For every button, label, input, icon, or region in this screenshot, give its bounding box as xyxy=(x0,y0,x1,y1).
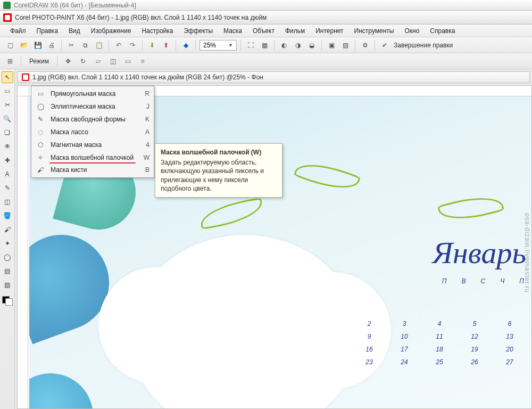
shape-tool[interactable]: ◯ xyxy=(2,251,13,263)
document-window: Январь П В С Ч П 2 3 4 5 6 9 10 11 xyxy=(17,85,532,409)
crop-mode-button[interactable]: ⌗ xyxy=(137,55,148,67)
tooltip: Маска волшебной палочкой (W) Задать реда… xyxy=(155,143,282,198)
flyout-label: Маска волшебной палочкой xyxy=(51,154,136,161)
flyout-item-freehand-mask[interactable]: ✎ Маска свободной формы K xyxy=(31,113,154,126)
flyout-item-rect-mask[interactable]: ▭ Прямоугольная маска R xyxy=(31,87,154,100)
paint-tool[interactable]: 🖌 xyxy=(2,224,13,235)
separator xyxy=(176,40,176,51)
flyout-item-ellipse-mask[interactable]: ◯ Эллиптическая маска J xyxy=(31,100,154,113)
menu-view[interactable]: Вид xyxy=(64,26,85,36)
leaf-decoration xyxy=(437,190,504,227)
clone-tool[interactable]: ❏ xyxy=(2,127,13,138)
flyout-label: Маска лассо xyxy=(51,128,136,136)
eraser-tool[interactable]: ◫ xyxy=(2,196,13,208)
menu-bar: Файл Правка Вид Изображение Настройка Эф… xyxy=(0,24,532,37)
rotate-mode-button[interactable]: ↻ xyxy=(77,55,89,67)
undo-button[interactable]: ↶ xyxy=(113,39,124,51)
separator xyxy=(61,40,62,51)
clipmask-b-button[interactable]: ◑ xyxy=(292,39,304,51)
ruler-corner xyxy=(18,86,29,96)
prop-guide-button[interactable]: ⊞ xyxy=(4,55,16,67)
cal-cell: 16 xyxy=(355,346,384,353)
color-swatch[interactable] xyxy=(2,296,13,306)
flyout-shortcut: J xyxy=(141,103,149,110)
import-button[interactable]: ⬇ xyxy=(146,39,158,51)
new-button[interactable]: ▢ xyxy=(4,39,16,51)
menu-adjust[interactable]: Настройка xyxy=(137,26,178,36)
crop-tool[interactable]: ✂ xyxy=(2,99,13,111)
document-tab[interactable]: 1.jpg (RGB) вкл. Слой 1 1140 x 1140 точе… xyxy=(17,71,530,83)
zoom-combo[interactable]: 25% ▼ xyxy=(200,40,237,51)
pick-tool[interactable]: ↖ xyxy=(2,71,13,83)
clipmask-c-button[interactable]: ◒ xyxy=(306,39,318,51)
redo-button[interactable]: ↷ xyxy=(127,39,138,51)
document-icon xyxy=(22,73,29,81)
work-row: ↖ ▭ ✂ 🔍 ❏ 👁 ✚ A ✎ ◫ 🪣 🖌 ✦ ◯ ▤ ▧ 1.jpg (R… xyxy=(0,69,532,409)
paste-button[interactable]: 📋 xyxy=(93,39,105,51)
flyout-item-brush-mask[interactable]: 🖌 Маска кисти B xyxy=(31,163,154,176)
rect-mask-tool[interactable]: ▭ xyxy=(2,85,13,97)
print-button[interactable]: 🖨 xyxy=(46,39,57,51)
separator xyxy=(21,56,21,67)
menu-mask[interactable]: Маска xyxy=(219,26,247,36)
photopaint-icon xyxy=(3,13,12,22)
menu-object[interactable]: Объект xyxy=(248,26,279,36)
finish-edit-label: Завершение правки xyxy=(394,42,453,49)
options-button[interactable]: ⚙ xyxy=(359,39,371,51)
clipmask-a-button[interactable]: ◐ xyxy=(278,39,290,51)
menu-tools[interactable]: Инструменты xyxy=(350,26,399,36)
text-tool[interactable]: A xyxy=(2,168,13,180)
fullscreen-button[interactable]: ⛶ xyxy=(245,39,256,51)
finish-edit-button[interactable]: ✔ xyxy=(379,39,390,51)
launcher-button[interactable]: ◆ xyxy=(180,39,192,51)
watermark: osa-dizain.livemaster.ru xyxy=(523,213,531,293)
perspective-mode-button[interactable]: ▭ xyxy=(122,55,134,67)
dropshadow-tool[interactable]: ▧ xyxy=(2,279,13,291)
menu-file[interactable]: Файл xyxy=(5,26,31,36)
flyout-item-lasso-mask[interactable]: ◌ Маска лассо A xyxy=(31,126,154,138)
outer-window-titlebar: CorelDRAW X6 (64 бит) - [Безымянный-4] xyxy=(0,0,532,11)
separator xyxy=(321,40,322,51)
separator xyxy=(142,40,143,51)
flyout-label: Магнитная маска xyxy=(51,141,136,149)
menu-edit[interactable]: Правка xyxy=(32,26,63,36)
menu-movie[interactable]: Фильм xyxy=(280,26,310,36)
distort-mode-button[interactable]: ◫ xyxy=(107,55,119,67)
heal-tool[interactable]: ✚ xyxy=(2,154,13,166)
calendar-month: Январь xyxy=(433,235,526,271)
skew-mode-button[interactable]: ▱ xyxy=(92,55,104,67)
mode-label: Режим xyxy=(26,56,52,66)
rect-mask-icon: ▭ xyxy=(36,90,45,97)
export-button[interactable]: ⬆ xyxy=(160,39,172,51)
flyout-label: Маска свободной формы xyxy=(51,116,136,123)
inner-window-title: Corel PHOTO-PAINT X6 (64 бит) - 1.jpg (R… xyxy=(15,14,267,21)
menu-help[interactable]: Справка xyxy=(425,26,460,36)
menu-web[interactable]: Интернет xyxy=(311,26,348,36)
lasso-mask-icon: ◌ xyxy=(36,128,45,136)
flyout-item-magnetic-mask[interactable]: ⬡ Магнитная маска 4 xyxy=(31,138,154,151)
menu-window[interactable]: Окно xyxy=(400,26,424,36)
zoom-tool[interactable]: 🔍 xyxy=(2,113,13,125)
mask-clear-button[interactable]: ▣ xyxy=(326,39,337,51)
move-mode-button[interactable]: ✥ xyxy=(62,55,74,67)
eyedropper-tool[interactable]: ✎ xyxy=(2,182,13,194)
flyout-shortcut: K xyxy=(141,116,149,123)
cal-cell: 26 xyxy=(460,358,489,366)
show-rulers-button[interactable]: ▦ xyxy=(259,39,270,51)
menu-image[interactable]: Изображение xyxy=(86,26,136,36)
copy-button[interactable]: ⧉ xyxy=(79,39,91,51)
cal-cell: 6 xyxy=(495,320,524,328)
fill-tool[interactable]: 🪣 xyxy=(2,210,13,222)
redeye-tool[interactable]: 👁 xyxy=(2,141,13,152)
open-button[interactable]: 📂 xyxy=(18,39,30,51)
cal-cell: 12 xyxy=(460,333,489,340)
background-color xyxy=(5,298,13,306)
menu-effects[interactable]: Эффекты xyxy=(179,26,218,36)
day-header: П xyxy=(442,277,447,285)
cut-button[interactable]: ✂ xyxy=(65,39,77,51)
effect-tool[interactable]: ✦ xyxy=(2,238,13,249)
freehand-mask-icon: ✎ xyxy=(36,116,45,123)
save-button[interactable]: 💾 xyxy=(32,39,44,51)
transparency-tool[interactable]: ▤ xyxy=(2,265,13,277)
mask-invert-button[interactable]: ▨ xyxy=(339,39,351,51)
